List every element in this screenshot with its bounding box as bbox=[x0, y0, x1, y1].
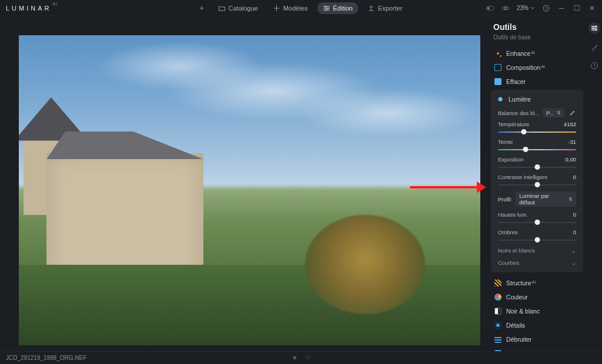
contraste-value: 0 bbox=[573, 174, 576, 180]
tool-effacer[interactable]: Effacer bbox=[486, 75, 587, 89]
slider-thumb[interactable] bbox=[523, 147, 528, 152]
profil-label: Profil: bbox=[498, 196, 512, 203]
sidebar-icon-rail bbox=[587, 16, 602, 72]
slider-thumb[interactable] bbox=[534, 182, 540, 187]
status-center: ✕ ♡ bbox=[292, 355, 310, 361]
eye-icon[interactable] bbox=[501, 4, 510, 12]
favorite-icon[interactable]: ♡ bbox=[305, 355, 310, 361]
section-courbes-label: Courbes bbox=[498, 259, 519, 266]
photo-shape bbox=[46, 132, 203, 160]
slider-thumb[interactable] bbox=[534, 164, 540, 170]
hautes-slider[interactable] bbox=[498, 220, 576, 225]
slider-temperature: Température 4162 bbox=[491, 119, 583, 136]
svg-point-10 bbox=[596, 29, 597, 31]
hautes-label: Hautes lum. bbox=[498, 211, 528, 218]
panel-header: Outils Outils de base bbox=[486, 16, 602, 42]
svg-point-4 bbox=[487, 6, 490, 9]
zoom-value: 23% bbox=[517, 5, 529, 11]
contraste-slider[interactable] bbox=[498, 182, 576, 188]
nav-modeles[interactable]: Modèles bbox=[267, 2, 314, 14]
svg-point-1 bbox=[327, 7, 328, 8]
nav-catalogue[interactable]: Catalogue bbox=[213, 2, 264, 14]
teinte-slider[interactable] bbox=[498, 147, 576, 153]
temperature-value: 4162 bbox=[564, 121, 576, 127]
add-button[interactable]: ＋ bbox=[194, 2, 209, 15]
window-maximize[interactable]: ☐ bbox=[573, 4, 581, 12]
folder-icon bbox=[219, 5, 226, 12]
window-minimize[interactable]: ─ bbox=[557, 4, 566, 12]
eyedropper-icon[interactable] bbox=[568, 109, 576, 117]
color-icon bbox=[494, 294, 501, 301]
canvas-area[interactable] bbox=[0, 16, 486, 351]
status-bar: JCD_291219_1998_ORG.NEF ✕ ♡ bbox=[0, 351, 602, 364]
contraste-label: Contraste intelligent bbox=[498, 174, 547, 180]
nav-exporter-label: Exporter bbox=[378, 5, 403, 12]
wb-select[interactable]: Photo origi... ⇅ bbox=[543, 109, 564, 117]
export-icon bbox=[368, 5, 375, 12]
nav-exporter[interactable]: Exporter bbox=[362, 2, 409, 14]
tool-lumiere[interactable]: Lumière bbox=[491, 95, 583, 106]
hautes-value: 0 bbox=[573, 211, 576, 218]
brand-logo: LUMINARAI bbox=[6, 4, 58, 12]
tool-noir-blanc[interactable]: Noir & blanc bbox=[486, 304, 587, 318]
tool-debruiter[interactable]: Débruiter bbox=[486, 332, 587, 346]
tool-details-label: Détails bbox=[506, 322, 525, 329]
ombres-slider[interactable] bbox=[498, 237, 576, 243]
tool-structure[interactable]: StructureAI bbox=[486, 276, 587, 290]
chevron-updown-icon: ⇅ bbox=[557, 110, 561, 116]
bw-icon bbox=[494, 308, 501, 315]
tool-noir-blanc-label: Noir & blanc bbox=[506, 308, 540, 315]
exposition-value: 0,00 bbox=[566, 156, 577, 163]
eraser-icon bbox=[494, 78, 501, 85]
slider-thumb[interactable] bbox=[534, 237, 540, 242]
history-icon[interactable] bbox=[588, 60, 600, 72]
svg-point-0 bbox=[325, 5, 326, 6]
compare-toggle-icon[interactable] bbox=[486, 4, 494, 12]
top-nav: ＋ Catalogue Modèles Édition Exporter bbox=[194, 2, 409, 15]
svg-point-9 bbox=[593, 28, 594, 29]
brand-suffix: AI bbox=[53, 2, 58, 6]
section-noirs-blancs-label: Noirs et blancs bbox=[498, 247, 535, 254]
workspace: Outils Outils de base EnhanceAI Composit… bbox=[0, 16, 602, 351]
adjustments-icon[interactable] bbox=[588, 22, 600, 34]
ai-badge: AI bbox=[541, 65, 545, 69]
profil-select[interactable]: Luminar par défaut ⇅ bbox=[516, 191, 576, 207]
brush-icon[interactable] bbox=[588, 41, 600, 53]
window-close[interactable]: ✕ bbox=[588, 4, 596, 12]
slider-track bbox=[498, 149, 576, 150]
status-filename: JCD_291219_1998_ORG.NEF bbox=[6, 355, 86, 361]
tool-paysage[interactable]: Paysage bbox=[486, 346, 587, 351]
reject-icon[interactable]: ✕ bbox=[292, 355, 297, 361]
slider-ombres: Ombres 0 bbox=[491, 227, 583, 244]
crop-icon bbox=[494, 64, 501, 71]
teinte-value: -31 bbox=[568, 139, 576, 145]
panel-title: Outils bbox=[493, 22, 595, 32]
profil-select-value: Luminar par défaut bbox=[519, 193, 566, 205]
nav-edition[interactable]: Édition bbox=[317, 2, 359, 14]
slider-exposition: Exposition 0,00 bbox=[491, 154, 583, 171]
exposition-slider[interactable] bbox=[498, 164, 576, 170]
help-icon[interactable]: ? bbox=[542, 4, 550, 12]
slider-teinte: Teinte -31 bbox=[491, 136, 583, 154]
temperature-label: Température bbox=[498, 121, 529, 127]
tool-list: EnhanceAI CompositionAI Effacer Lumière … bbox=[486, 46, 602, 351]
chevron-down-icon: ⌄ bbox=[571, 248, 576, 254]
slider-thumb[interactable] bbox=[534, 220, 540, 225]
top-right-controls: 23% ? ─ ☐ ✕ bbox=[486, 4, 596, 12]
tool-structure-label: Structure bbox=[506, 279, 531, 287]
section-noirs-blancs[interactable]: Noirs et blancs ⌄ bbox=[491, 244, 583, 257]
nav-edition-label: Édition bbox=[333, 5, 353, 12]
tool-enhance[interactable]: EnhanceAI bbox=[486, 46, 587, 60]
temperature-slider[interactable] bbox=[498, 129, 576, 135]
svg-point-5 bbox=[504, 7, 507, 9]
nav-catalogue-label: Catalogue bbox=[229, 5, 258, 12]
zoom-dropdown[interactable]: 23% bbox=[517, 5, 535, 11]
tool-details[interactable]: Détails bbox=[486, 318, 587, 332]
tool-composition[interactable]: CompositionAI bbox=[486, 60, 587, 75]
slider-thumb[interactable] bbox=[521, 129, 526, 134]
tool-couleur[interactable]: Couleur bbox=[486, 290, 587, 304]
sun-icon bbox=[497, 96, 504, 103]
section-courbes[interactable]: Courbes ⌄ bbox=[491, 257, 583, 269]
tool-effacer-label: Effacer bbox=[506, 78, 526, 85]
sparkle-icon bbox=[273, 5, 280, 12]
